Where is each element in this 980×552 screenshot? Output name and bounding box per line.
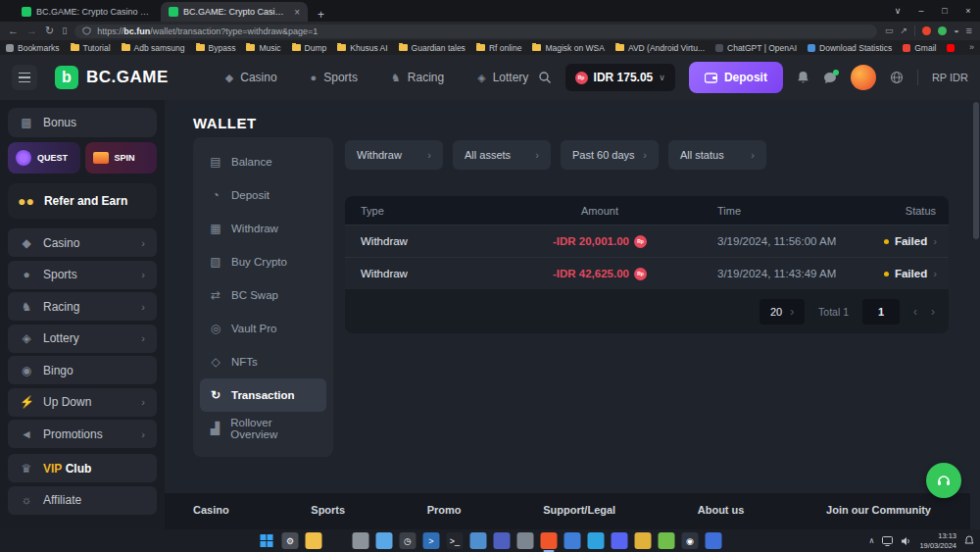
wallet-nav-buy-crypto[interactable]: ▧Buy Crypto <box>200 245 326 278</box>
chat-extension-icon[interactable]: ◒ <box>954 26 958 35</box>
footer-column-join-our-community[interactable]: Join our Community <box>826 504 931 516</box>
spin-button[interactable]: SPIN <box>85 142 158 174</box>
powershell-icon[interactable]: > <box>423 532 440 549</box>
wallet-nav-withdraw[interactable]: ▦Withdraw <box>200 212 326 245</box>
bookmark-item-youtube[interactable]: YouTube <box>947 43 958 53</box>
browser-menu-icon[interactable]: ≡ <box>966 25 972 36</box>
sidebar-item-vip-club[interactable]: ♛ VIP Club <box>8 454 157 482</box>
search-icon[interactable] <box>538 71 552 84</box>
table-row[interactable]: Withdraw-IDR 42,625.00Rp3/19/2024, 11:43… <box>345 257 949 289</box>
sidebar-item-bingo[interactable]: ◉Bingo <box>8 356 157 384</box>
back-icon[interactable]: ← <box>8 25 19 36</box>
notifications-bell-icon[interactable] <box>797 71 809 84</box>
wallet-nav-transaction[interactable]: ↻Transaction <box>200 378 326 412</box>
teams-icon[interactable] <box>494 532 511 549</box>
windows-start-icon[interactable] <box>259 532 275 549</box>
header-nav-lottery[interactable]: ◈Lottery <box>477 71 528 84</box>
terminal-icon[interactable]: >_ <box>447 532 464 549</box>
chat-icon[interactable] <box>823 72 837 84</box>
filter-past-60-days[interactable]: Past 60 days› <box>561 140 659 170</box>
tray-expand-icon[interactable]: ∧ <box>869 536 875 545</box>
extension-icon[interactable] <box>922 26 931 35</box>
header-nav-sports[interactable]: ●Sports <box>311 71 358 84</box>
site-info-icon[interactable] <box>82 26 91 35</box>
bookmark-item-magisk-on-wsa[interactable]: Magisk on WSA <box>532 43 604 53</box>
footer-column-about-us[interactable]: About us <box>698 504 745 516</box>
window-restore-icon[interactable]: □ <box>933 6 956 16</box>
site-logo[interactable]: b BC.GAME <box>55 66 169 89</box>
tray-notifications-icon[interactable] <box>964 535 974 546</box>
quest-button[interactable]: QUEST <box>8 142 80 174</box>
user-avatar[interactable] <box>851 65 876 90</box>
window-minimize-icon[interactable]: – <box>909 6 933 16</box>
remote-desktop-icon[interactable] <box>470 532 487 549</box>
bookmark-item-bypass[interactable]: Bypass <box>196 43 236 53</box>
refer-and-earn-button[interactable]: ●● Refer and Earn <box>8 183 157 219</box>
bookmark-panel-icon[interactable]: ▯ <box>62 26 67 35</box>
reading-list-icon[interactable]: ▭ <box>885 26 894 35</box>
game-bar-icon[interactable] <box>588 532 605 549</box>
bookmark-item-guardian-tales[interactable]: Guardian tales <box>399 43 466 53</box>
header-nav-casino[interactable]: ◆Casino <box>225 71 277 84</box>
deposit-button[interactable]: Deposit <box>689 62 783 93</box>
sidebar-item-racing[interactable]: ♞Racing› <box>8 292 157 321</box>
wallet-nav-vault-pro[interactable]: ◎Vault Pro <box>200 312 326 345</box>
reload-icon[interactable]: ↻ <box>45 25 54 36</box>
wallet-nav-nfts[interactable]: ◇NFTs <box>200 345 326 378</box>
balance-selector[interactable]: Rp IDR 175.05 ∨ <box>565 64 675 91</box>
window-dropdown-icon[interactable]: ∨ <box>886 6 909 16</box>
footer-column-promo[interactable]: Promo <box>427 504 462 516</box>
next-page-icon[interactable]: › <box>931 305 935 319</box>
bookmark-item-download-statistics[interactable]: Download Statistics <box>808 43 892 53</box>
notes-icon[interactable] <box>659 532 675 549</box>
footer-column-support-legal[interactable]: Support/Legal <box>543 504 615 516</box>
window-close-icon[interactable]: × <box>956 6 980 16</box>
bookmarks-overflow-icon[interactable]: » <box>969 43 974 52</box>
sidebar-item-bonus[interactable]: ▩ Bonus <box>8 108 157 137</box>
browser-tab-active[interactable]: BC.GAME: Crypto Casino Games × <box>161 2 308 22</box>
page-size-selector[interactable]: 20 › <box>760 299 805 325</box>
table-row[interactable]: Withdraw-IDR 20,001.00Rp3/19/2024, 11:56… <box>345 225 949 257</box>
current-page-box[interactable]: 1 <box>862 299 900 325</box>
wallet-nav-rollover-overview[interactable]: ▟Rollover Overview <box>200 412 326 445</box>
tray-volume-icon[interactable] <box>901 536 911 546</box>
sidebar-item-promotions[interactable]: ◄Promotions› <box>8 420 157 448</box>
sidebar-item-casino[interactable]: ◆Casino› <box>8 228 157 257</box>
browser-tab-inactive[interactable]: BC.GAME: Crypto Casino Games & C <box>14 2 161 22</box>
address-input[interactable]: https://bc.fun/wallet/transaction?type=w… <box>74 25 877 38</box>
media-player-icon[interactable]: ◉ <box>682 532 699 549</box>
tab-close-icon[interactable]: × <box>294 7 300 18</box>
filter-withdraw[interactable]: Withdraw› <box>345 140 443 170</box>
extension-icon[interactable] <box>938 26 947 35</box>
bookmark-item-avd-android-virtu[interactable]: AVD (Android Virtu... <box>615 43 705 53</box>
page-scrollbar[interactable] <box>973 102 979 239</box>
prev-page-icon[interactable]: ‹ <box>913 305 917 319</box>
bookmark-item-khusus-ai[interactable]: Khusus AI <box>337 43 387 53</box>
sidebar-item-up-down[interactable]: ⚡Up Down› <box>8 388 157 417</box>
bookmark-item-gmail[interactable]: Gmail <box>903 43 936 53</box>
bookmark-item-music[interactable]: Music <box>246 43 280 53</box>
taskbar-clock[interactable]: 13:13 19/03/2024 <box>919 531 956 551</box>
sidebar-item-lottery[interactable]: ◈Lottery› <box>8 325 157 353</box>
footer-column-casino[interactable]: Casino <box>193 504 229 516</box>
bookmark-item-chatgpt-openai[interactable]: ChatGPT | OpenAI <box>715 43 797 53</box>
bookmark-item-rf-online[interactable]: Rf online <box>476 43 522 53</box>
sidebar-item-sports[interactable]: ●Sports› <box>8 261 157 289</box>
new-tab-button[interactable]: + <box>318 8 324 22</box>
task-manager-icon[interactable] <box>564 532 581 549</box>
video-editor-icon[interactable] <box>517 532 534 549</box>
file-explorer-icon[interactable] <box>306 532 322 549</box>
tray-display-icon[interactable] <box>882 536 893 546</box>
discord-icon[interactable] <box>612 532 628 549</box>
bookmark-item-bookmarks[interactable]: Bookmarks <box>6 43 60 53</box>
clock-app-icon[interactable]: ◷ <box>400 532 416 549</box>
wallet-nav-balance[interactable]: ▤Balance <box>200 145 326 178</box>
bookmark-item-adb-samsung[interactable]: Adb samsung <box>122 43 185 53</box>
clipboard-icon[interactable] <box>353 532 369 549</box>
footer-column-sports[interactable]: Sports <box>311 504 345 516</box>
search-tool-icon[interactable] <box>329 532 346 549</box>
wallet-nav-bc-swap[interactable]: ⇄BC Swap <box>200 278 326 312</box>
filter-all-assets[interactable]: All assets› <box>453 140 551 170</box>
settings-icon[interactable]: ⚙ <box>282 532 299 549</box>
hamburger-menu-button[interactable] <box>12 65 37 90</box>
